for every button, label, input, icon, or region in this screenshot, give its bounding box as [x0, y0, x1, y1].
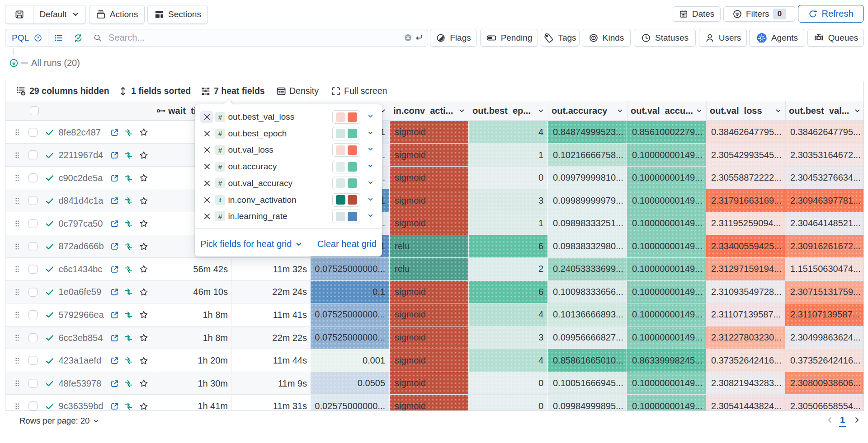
- svg-text:?: ?: [37, 35, 39, 40]
